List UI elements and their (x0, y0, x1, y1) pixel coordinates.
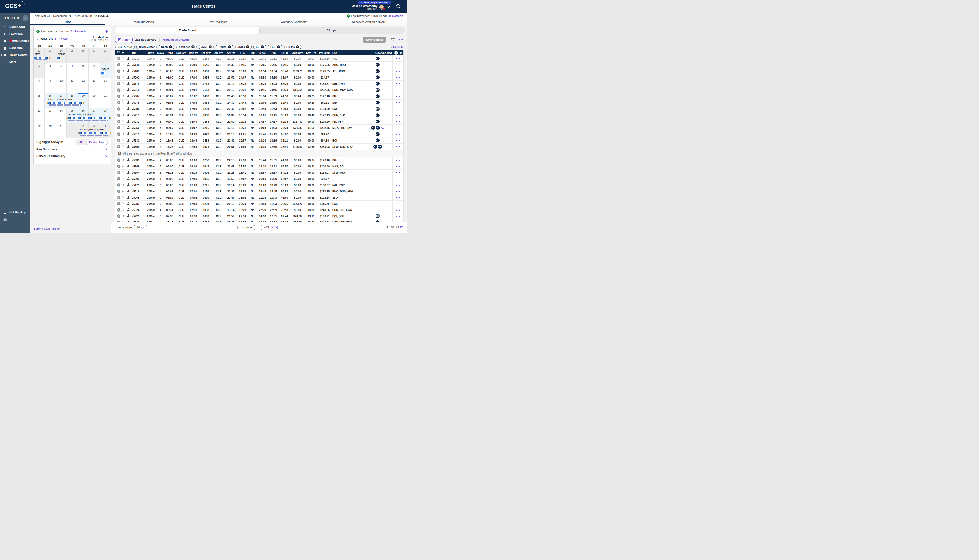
calendar-day[interactable]: 30 (45, 123, 55, 138)
first-page-button[interactable]: |< (237, 225, 239, 229)
crew-icon[interactable] (125, 95, 132, 98)
sort-link[interactable]: ↑↓Sort (3) (389, 45, 403, 48)
calendar-day[interactable]: 3 (56, 63, 67, 78)
expand-button[interactable]: + (115, 190, 120, 193)
column-header-intl[interactable]: Intl (248, 51, 257, 55)
expand-button[interactable]: + (115, 214, 120, 218)
filter-chip-trades[interactable]: Trades× (216, 45, 233, 49)
page-input[interactable]: 1 (254, 225, 262, 230)
expand-button[interactable]: + (115, 107, 120, 111)
crew-icon[interactable] (125, 82, 132, 85)
row-actions-button[interactable]: ••• (396, 82, 401, 85)
flag-icon[interactable]: ⚐ (120, 190, 125, 193)
row-actions-button[interactable]: ••• (396, 113, 401, 117)
calendar-day[interactable]: 6 (89, 63, 100, 78)
sidebar-item-schedule[interactable]: ▦Schedule (0, 44, 30, 51)
calendar-day[interactable]: 1 (34, 63, 45, 78)
column-header-per-diem[interactable]: Per diem (317, 51, 332, 55)
row-actions-button[interactable]: ••• (396, 139, 401, 142)
calendar-day[interactable]: 13 (89, 78, 100, 93)
expand-button[interactable]: + (115, 177, 120, 180)
crew-icon[interactable] (125, 126, 132, 129)
expand-button[interactable]: + (115, 202, 120, 205)
total-count-link[interactable]: 217 (398, 226, 403, 229)
crew-icon[interactable] (125, 70, 132, 73)
gear-icon[interactable]: ⚙ (105, 29, 108, 33)
row-actions-button[interactable]: ••• (396, 57, 401, 60)
close-icon[interactable]: × (228, 45, 231, 48)
calendar-day[interactable]: 24 (56, 108, 67, 123)
plus-icon[interactable]: + (117, 171, 120, 174)
flag-icon[interactable]: ⚐ (120, 158, 125, 162)
column-header-trip[interactable]: Trip (132, 51, 145, 55)
row-actions-button[interactable]: ••• (396, 63, 401, 67)
plus-icon[interactable]: + (117, 88, 120, 92)
flag-icon[interactable]: ⚐ (120, 165, 125, 168)
crew-icon[interactable] (125, 88, 132, 92)
flag-icon[interactable]: ⚐ (120, 196, 125, 199)
column-header-date[interactable]: Date (145, 51, 157, 55)
crew-icon[interactable] (125, 202, 132, 205)
column-header-rept[interactable]: Rept (164, 51, 175, 55)
crew-icon[interactable] (125, 183, 132, 187)
column-header-dep-tm[interactable]: Dep tm (187, 51, 199, 55)
today-link[interactable]: Today (59, 37, 68, 40)
calendar-day[interactable]: 1 (67, 123, 78, 138)
flag-icon[interactable]: ⚐ (120, 145, 125, 148)
plus-icon[interactable]: + (117, 165, 120, 168)
flag-icon[interactable]: ⚐ (120, 132, 125, 136)
row-actions-button[interactable]: ••• (396, 202, 401, 205)
calendar-day[interactable]: 24 (56, 48, 67, 63)
plus-icon[interactable]: + (117, 57, 120, 60)
row-actions-button[interactable]: ••• (396, 76, 401, 79)
flag-icon[interactable]: ⚐ (120, 202, 125, 206)
crew-icon[interactable] (125, 177, 132, 180)
prev-month-button[interactable]: ‹ (36, 37, 39, 41)
flag-icon[interactable]: ⚐ (120, 88, 125, 92)
row-actions-button[interactable]: ••• (396, 165, 401, 168)
flag-icon[interactable]: ⚐ (120, 208, 125, 212)
expand-button[interactable]: + (115, 82, 120, 85)
expand-button[interactable]: + (115, 132, 120, 136)
column-header-tafb[interactable]: TAFB (279, 51, 290, 55)
expand-button[interactable]: + (115, 208, 120, 212)
flag-icon[interactable]: ⚐ (120, 76, 125, 79)
time-toggle-device-time[interactable]: Device Time (86, 139, 108, 145)
calendar-day[interactable]: 9 (45, 78, 55, 93)
search-icon[interactable] (396, 3, 401, 9)
filter-button[interactable]: Filter (115, 37, 132, 43)
column-header-soft-tm[interactable]: Soft Tm (305, 51, 317, 55)
expand-button[interactable]: + (115, 183, 120, 187)
sidebar-item-trade-center[interactable]: ⇄Trade Center (0, 51, 30, 58)
plus-icon[interactable]: + (117, 63, 120, 67)
plus-icon[interactable]: + (117, 177, 120, 180)
calendar-day[interactable]: 14 (100, 78, 111, 93)
flag-icon[interactable]: ⚐ (120, 94, 125, 98)
crew-icon[interactable] (125, 165, 132, 168)
refresh-button[interactable]: ↻Refresh (389, 13, 403, 19)
plus-icon[interactable]: + (117, 145, 120, 148)
flag-icon[interactable]: ⚐ (120, 63, 125, 67)
calendar-day[interactable]: 16 (45, 93, 55, 108)
calendar-day[interactable]: 4 (100, 123, 111, 138)
row-actions-button[interactable]: ••• (396, 132, 401, 136)
flag-icon[interactable]: ⚐ (120, 120, 125, 123)
view-trade-board[interactable]: Trade Board (115, 27, 260, 34)
filter-chip-assigned[interactable]: Assigned× (176, 45, 197, 49)
more-actions-button[interactable]: ••• (399, 38, 404, 41)
calendar-day[interactable]: 2 (45, 63, 55, 78)
flag-icon[interactable]: ⚐ (120, 82, 125, 85)
sidebar-item-dashboard[interactable]: ⌂Dashboard (0, 23, 30, 30)
calendar-day[interactable]: 4 (67, 63, 78, 78)
flag-icon[interactable]: ⚐ (120, 183, 125, 187)
tab-reserves-available-rad[interactable]: Reserves Available (RAD) (331, 19, 407, 25)
row-actions-button[interactable]: ••• (396, 126, 401, 129)
crew-icon[interactable] (125, 57, 132, 60)
row-actions-button[interactable]: ••• (396, 215, 401, 218)
flag-icon[interactable]: ⚐ (120, 214, 125, 218)
plus-icon[interactable]: + (117, 190, 120, 193)
calendar-day[interactable]: 8 (34, 78, 45, 93)
plus-icon[interactable]: + (117, 208, 120, 212)
calendar-day[interactable]: 26 (78, 108, 89, 123)
row-actions-button[interactable]: ••• (396, 177, 401, 180)
